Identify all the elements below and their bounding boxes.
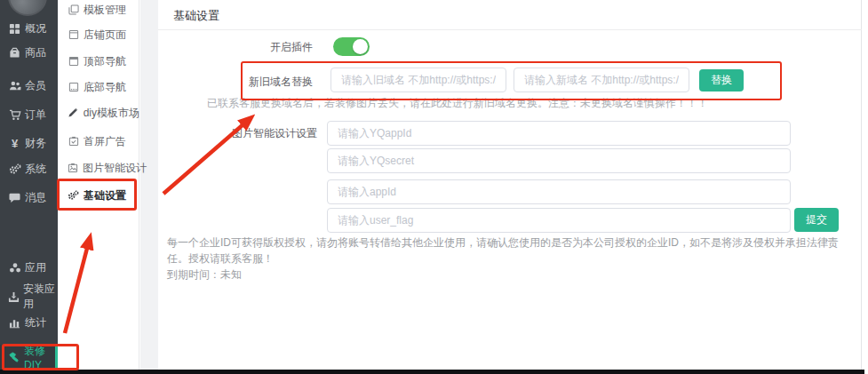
submenu-item-label: 模板管理	[84, 3, 126, 18]
submenu-item-template-manage[interactable]: 模板管理	[58, 2, 139, 18]
apps-icon	[8, 262, 21, 274]
sidebar-item-orders[interactable]: 订单	[0, 105, 58, 124]
submenu-item-base-settings[interactable]: 基础设置	[58, 187, 139, 203]
shop-page-icon	[68, 29, 79, 40]
plugin-toggle-label: 开启插件	[270, 40, 313, 55]
members-icon	[8, 80, 21, 92]
submenu-item-image-design[interactable]: 图片智能设计	[58, 160, 139, 176]
sidebar-item-install-apps[interactable]: 安装应用	[0, 287, 58, 306]
toggle-knob	[353, 39, 368, 54]
new-domain-input[interactable]	[514, 68, 689, 92]
stats-icon	[8, 317, 21, 329]
bottom-nav-icon	[68, 82, 79, 92]
template-manage-icon	[68, 4, 79, 15]
submenu-item-diy-market[interactable]: diy模板市场	[58, 105, 139, 121]
submenu-item-label: 底部导航	[84, 80, 126, 95]
orders-icon	[8, 109, 21, 121]
divider	[158, 29, 862, 30]
overview-icon	[8, 23, 21, 35]
install-app-icon	[8, 291, 20, 303]
submenu-item-label: 首屏广告	[84, 134, 126, 149]
message-icon	[8, 192, 21, 203]
replace-button[interactable]: 替换	[699, 69, 744, 92]
sidebar-item-goods[interactable]: 商品	[0, 43, 58, 62]
sidebar-item-message[interactable]: 消息	[0, 187, 58, 207]
license-expiry-line: 到期时间：未知	[167, 267, 853, 282]
smart-design-label: 图片智能设计设置	[232, 126, 317, 141]
license-notice-line1: 每一个企业ID可获得版权授权，请勿将账号转借给其他企业使用，请确认您使用的是否为…	[167, 235, 853, 267]
sidebar-item-apps[interactable]: 应用	[0, 258, 58, 277]
banner-icon	[68, 136, 79, 147]
domain-hint-text: 已联系客服更换域名后，若装修图片丢失，请在此处进行新旧域名更换。注意：未更换域名…	[207, 96, 708, 111]
yqappid-input[interactable]	[327, 121, 791, 146]
submenu-item-label: 基础设置	[84, 188, 126, 203]
settings-panel: 基础设置 开启插件 新旧域名替换 替换 已联系客服更换域名后，若装修图片丢失，请…	[158, 0, 862, 370]
page-title: 基础设置	[173, 8, 219, 24]
goods-icon	[8, 47, 21, 59]
sidebar-item-label: 统计	[25, 315, 46, 330]
image-design-icon	[68, 163, 78, 173]
diy-market-icon	[68, 107, 79, 118]
system-icon	[8, 163, 21, 175]
submenu-item-top-nav[interactable]: 顶部导航	[58, 53, 139, 69]
admin-page: 概况 商品 会员 订单 ¥ 财务	[0, 0, 868, 374]
base-settings-icon	[68, 190, 79, 201]
sidebar-item-label: 财务	[25, 136, 46, 151]
yqsecret-input[interactable]	[327, 148, 791, 173]
old-domain-input[interactable]	[330, 68, 506, 92]
sidebar-item-label: 订单	[25, 107, 46, 123]
user-flag-input[interactable]	[327, 208, 791, 233]
appid-input[interactable]	[327, 179, 791, 204]
submit-button[interactable]: 提交	[794, 208, 839, 232]
diy-icon	[8, 352, 20, 363]
license-notice: 每一个企业ID可获得版权授权，请勿将账号转借给其他企业使用，请确认您使用的是否为…	[167, 235, 853, 282]
sidebar-item-label: 会员	[25, 78, 46, 93]
window-bottom-edge	[0, 370, 864, 374]
avatar[interactable]	[8, 0, 47, 16]
finance-icon: ¥	[8, 138, 21, 149]
sidebar-item-label: 概况	[25, 21, 46, 36]
sidebar-item-label: 消息	[25, 190, 46, 205]
sidebar-item-label: 应用	[25, 260, 46, 275]
main-sidebar: 概况 商品 会员 订单 ¥ 财务	[0, 0, 58, 370]
sidebar-item-label: 装修DIY	[24, 344, 55, 371]
submenu-item-banner-ad[interactable]: 首屏广告	[58, 133, 139, 149]
decorate-submenu: 模板管理 店铺页面 顶部导航 底部导航 diy模板市场	[58, 0, 139, 370]
sidebar-item-members[interactable]: 会员	[0, 76, 58, 95]
sidebar-item-label: 系统	[25, 162, 46, 177]
submenu-item-label: 图片智能设计	[83, 161, 147, 176]
submenu-item-label: 店铺页面	[84, 28, 126, 43]
plugin-toggle[interactable]	[333, 37, 370, 56]
sidebar-item-label: 商品	[25, 45, 46, 60]
submenu-item-label: diy模板市场	[84, 106, 139, 121]
submenu-item-bottom-nav[interactable]: 底部导航	[58, 79, 139, 95]
submenu-item-label: 顶部导航	[84, 54, 126, 69]
sidebar-item-label: 安装应用	[23, 282, 58, 312]
sidebar-item-system[interactable]: 系统	[0, 159, 58, 179]
top-nav-icon	[68, 56, 79, 67]
layout-gap	[140, 0, 158, 370]
sidebar-item-finance[interactable]: ¥ 财务	[0, 133, 58, 153]
domain-replace-label: 新旧域名替换	[249, 75, 313, 90]
submenu-item-shop-page[interactable]: 店铺页面	[58, 27, 139, 43]
sidebar-item-stats[interactable]: 统计	[0, 313, 58, 332]
sidebar-item-diy[interactable]: 装修DIY	[0, 345, 58, 370]
sidebar-item-overview[interactable]: 概况	[0, 19, 58, 38]
